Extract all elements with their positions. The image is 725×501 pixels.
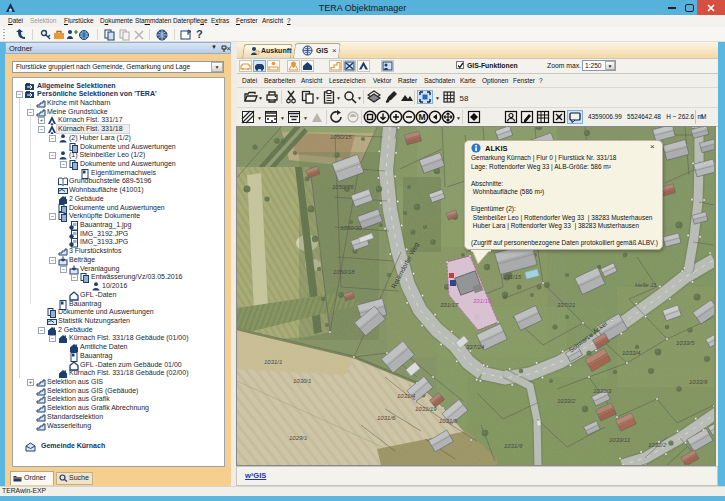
svg-text:M: M — [419, 112, 426, 122]
svg-text:58: 58 — [460, 94, 469, 103]
